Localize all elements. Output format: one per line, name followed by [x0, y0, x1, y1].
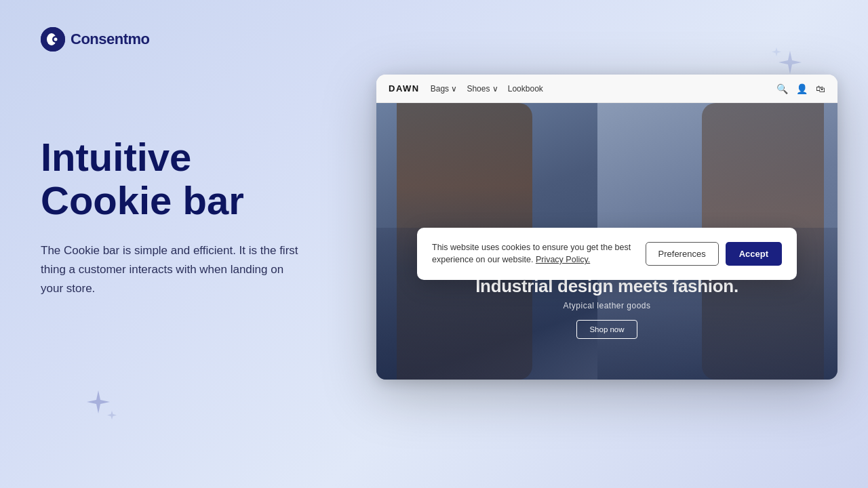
- left-content: Intuitive Cookie bar The Cookie bar is s…: [41, 136, 326, 298]
- logo-rest: onsentmo: [81, 30, 149, 47]
- nav-shoes[interactable]: Shoes ∨: [467, 84, 498, 94]
- cookie-message-text: This website uses cookies to ensure you …: [432, 243, 631, 265]
- description-text: The Cookie bar is simple and efficient. …: [41, 241, 298, 298]
- hero-area: This website uses cookies to ensure you …: [376, 103, 837, 380]
- nav-lookbook[interactable]: Lookbook: [508, 84, 543, 94]
- cart-icon[interactable]: 🛍: [816, 83, 825, 94]
- sparkle-decoration-bottom: [78, 384, 125, 434]
- svg-point-3: [54, 38, 58, 41]
- browser-nav-icons: 🔍 👤 🛍: [776, 83, 825, 94]
- browser-navbar: DAWN Bags ∨ Shoes ∨ Lookbook 🔍 👤 🛍: [376, 75, 837, 103]
- browser-brand: DAWN: [389, 83, 420, 94]
- logo-text: Consentmo: [71, 30, 150, 48]
- browser-nav-links: Bags ∨ Shoes ∨ Lookbook: [431, 84, 766, 94]
- logo-c: C: [71, 30, 81, 47]
- nav-bags[interactable]: Bags ∨: [431, 84, 458, 94]
- shop-now-button[interactable]: Shop now: [576, 320, 637, 339]
- preferences-button[interactable]: Preferences: [646, 242, 719, 266]
- logo-icon: [41, 27, 65, 52]
- browser-mockup: DAWN Bags ∨ Shoes ∨ Lookbook 🔍 👤 🛍 This …: [376, 75, 837, 380]
- logo: Consentmo: [41, 27, 150, 52]
- hero-text-content: Industrial design meets fashion. Atypica…: [376, 276, 837, 339]
- account-icon[interactable]: 👤: [796, 83, 808, 94]
- heading-line1: Intuitive: [41, 135, 191, 179]
- cookie-bar: This website uses cookies to ensure you …: [417, 228, 797, 281]
- accept-button[interactable]: Accept: [726, 242, 782, 266]
- hero-subtitle: Atypical leather goods: [376, 301, 837, 310]
- privacy-policy-link[interactable]: Privacy Policy.: [536, 255, 590, 264]
- cookie-message: This website uses cookies to ensure you …: [432, 241, 635, 267]
- cookie-buttons: Preferences Accept: [646, 242, 782, 266]
- main-heading: Intuitive Cookie bar: [41, 136, 326, 222]
- heading-line2: Cookie bar: [41, 178, 244, 222]
- search-icon[interactable]: 🔍: [776, 83, 788, 94]
